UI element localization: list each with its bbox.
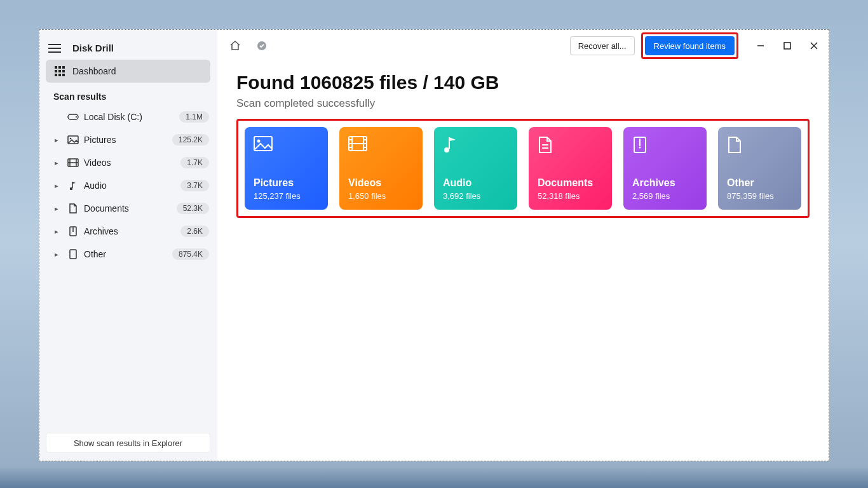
show-in-explorer-button[interactable]: Show scan results in Explorer	[46, 433, 210, 453]
card-subtitle: 1,650 files	[348, 191, 414, 201]
card-subtitle: 52,318 files	[538, 191, 603, 201]
card-pictures[interactable]: Pictures 125,237 files	[245, 127, 328, 210]
count-badge: 2.6K	[180, 226, 209, 237]
count-badge: 875.4K	[172, 248, 209, 260]
sidebar-item-label: Videos	[84, 158, 180, 168]
card-title: Videos	[348, 177, 414, 189]
annotation-highlight: Pictures 125,237 files Videos 1,650 file…	[236, 119, 810, 218]
card-archives[interactable]: Archives 2,569 files	[623, 127, 707, 210]
taskbar	[0, 466, 868, 488]
chevron-right-icon: ▸	[55, 250, 64, 259]
svg-point-41	[639, 147, 641, 149]
count-badge: 125.2K	[172, 134, 209, 146]
archive-icon	[632, 136, 698, 158]
archive-icon	[66, 226, 80, 236]
card-subtitle: 2,569 files	[632, 191, 698, 201]
count-badge: 1.7K	[180, 157, 209, 168]
sidebar-item-audio[interactable]: ▸ Audio 3.7K	[39, 174, 217, 197]
sidebar-item-label: Local Disk (C:)	[84, 112, 179, 122]
svg-rect-7	[58, 74, 61, 76]
maximize-icon[interactable]	[782, 40, 793, 51]
home-icon[interactable]	[226, 37, 244, 55]
svg-rect-5	[62, 70, 65, 72]
card-title: Audio	[443, 177, 508, 189]
count-badge: 52.3K	[177, 203, 209, 214]
sidebar-item-label: Audio	[84, 180, 180, 191]
svg-point-36	[444, 147, 449, 152]
svg-rect-4	[58, 70, 61, 72]
svg-rect-2	[62, 66, 65, 69]
svg-point-12	[70, 138, 72, 140]
blank	[55, 113, 64, 121]
review-found-items-button[interactable]: Review found items	[645, 36, 735, 55]
sidebar-item-label: Archives	[84, 226, 180, 236]
card-subtitle: 125,237 files	[254, 191, 319, 201]
svg-rect-26	[254, 137, 272, 151]
file-icon	[727, 136, 792, 158]
close-icon[interactable]	[808, 40, 820, 51]
image-icon	[254, 136, 319, 158]
svg-point-17	[70, 187, 72, 190]
card-title: Archives	[632, 177, 698, 189]
sidebar-item-videos[interactable]: ▸ Videos 1.7K	[39, 151, 217, 174]
sidebar-section-label: Scan results	[39, 83, 217, 105]
main-area: Recover all... Review found items Found …	[217, 30, 829, 461]
svg-point-27	[257, 140, 261, 143]
chevron-right-icon: ▸	[55, 182, 64, 190]
svg-rect-6	[55, 74, 57, 76]
disk-icon	[66, 112, 80, 121]
card-title: Pictures	[254, 177, 319, 189]
card-title: Documents	[538, 177, 603, 189]
button-label: Review found items	[654, 41, 726, 51]
card-subtitle: 875,359 files	[727, 191, 792, 201]
recover-all-button[interactable]: Recover all...	[570, 36, 635, 55]
svg-rect-8	[62, 74, 65, 76]
sidebar-item-label: Dashboard	[72, 66, 116, 76]
sidebar: Disk Drill Dashboard Scan results Local …	[39, 30, 217, 461]
minimize-icon[interactable]	[755, 40, 766, 51]
window-controls	[755, 40, 820, 51]
sidebar-item-label: Other	[84, 249, 172, 259]
category-cards: Pictures 125,237 files Videos 1,650 file…	[245, 127, 801, 210]
check-circle-icon[interactable]	[253, 37, 271, 55]
svg-rect-20	[70, 250, 76, 259]
count-badge: 1.1M	[179, 111, 209, 123]
menu-icon[interactable]	[48, 44, 61, 53]
card-title: Other	[727, 177, 792, 189]
film-icon	[66, 158, 80, 167]
card-videos[interactable]: Videos 1,650 files	[339, 127, 423, 210]
sidebar-item-documents[interactable]: ▸ Documents 52.3K	[39, 197, 217, 220]
image-icon	[66, 135, 80, 144]
summary-headline: Found 1060825 files / 140 GB	[236, 72, 810, 93]
svg-rect-23	[784, 43, 790, 49]
grid-icon	[53, 66, 66, 76]
summary-subhead: Scan completed successfully	[236, 97, 810, 110]
toolbar: Recover all... Review found items	[217, 30, 829, 62]
sidebar-item-pictures[interactable]: ▸ Pictures 125.2K	[39, 128, 217, 151]
sidebar-disk[interactable]: Local Disk (C:) 1.1M	[39, 105, 217, 128]
sidebar-item-dashboard[interactable]: Dashboard	[46, 60, 210, 83]
sidebar-item-label: Documents	[84, 203, 177, 214]
sidebar-item-archives[interactable]: ▸ Archives 2.6K	[39, 220, 217, 243]
sidebar-item-label: Pictures	[84, 135, 172, 145]
svg-rect-3	[55, 70, 57, 72]
count-badge: 3.7K	[180, 180, 209, 191]
chevron-right-icon: ▸	[55, 136, 64, 144]
svg-point-10	[76, 116, 77, 118]
document-icon	[66, 203, 80, 214]
card-documents[interactable]: Documents 52,318 files	[529, 127, 612, 210]
chevron-right-icon: ▸	[55, 205, 64, 213]
svg-rect-1	[58, 66, 61, 69]
content: Found 1060825 files / 140 GB Scan comple…	[217, 62, 829, 226]
music-note-icon	[66, 180, 80, 191]
annotation-highlight: Review found items	[641, 32, 738, 59]
sidebar-item-other[interactable]: ▸ Other 875.4K	[39, 243, 217, 266]
chevron-right-icon: ▸	[55, 227, 64, 236]
file-icon	[66, 249, 80, 259]
card-other[interactable]: Other 875,359 files	[718, 127, 801, 210]
app-title: Disk Drill	[72, 43, 114, 53]
button-label: Recover all...	[578, 41, 627, 51]
button-label: Show scan results in Explorer	[74, 438, 182, 448]
document-icon	[538, 136, 603, 158]
card-audio[interactable]: Audio 3,692 files	[434, 127, 517, 210]
